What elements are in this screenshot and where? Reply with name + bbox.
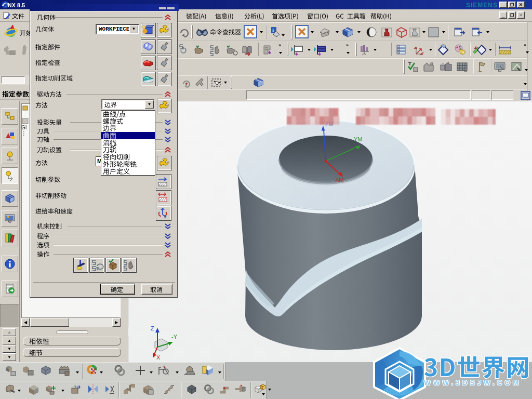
svg-text:XM: XM [335,177,344,183]
svg-text:Z: Z [151,325,154,331]
svg-text:YM: YM [354,136,363,142]
svg-text:-Y: -Y [171,334,178,340]
svg-text:X: X [156,354,161,361]
